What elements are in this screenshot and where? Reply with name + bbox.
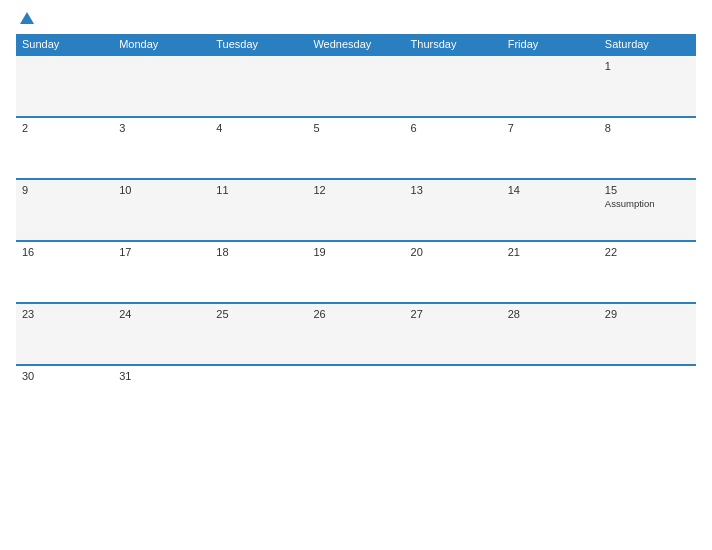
calendar-cell: 20 <box>405 241 502 303</box>
calendar-cell: 22 <box>599 241 696 303</box>
day-number: 24 <box>119 308 204 320</box>
calendar-cell <box>210 55 307 117</box>
week-row-5: 23242526272829 <box>16 303 696 365</box>
day-number: 23 <box>22 308 107 320</box>
week-row-2: 2345678 <box>16 117 696 179</box>
day-number: 12 <box>313 184 398 196</box>
day-number: 19 <box>313 246 398 258</box>
calendar-cell: 17 <box>113 241 210 303</box>
day-number: 22 <box>605 246 690 258</box>
calendar-cell <box>113 55 210 117</box>
week-row-6: 3031 <box>16 365 696 427</box>
weekday-header-tuesday: Tuesday <box>210 34 307 55</box>
holiday-name: Assumption <box>605 198 690 209</box>
day-number: 21 <box>508 246 593 258</box>
day-number: 6 <box>411 122 496 134</box>
day-number: 14 <box>508 184 593 196</box>
weekday-header-thursday: Thursday <box>405 34 502 55</box>
calendar-cell <box>16 55 113 117</box>
calendar-cell: 12 <box>307 179 404 241</box>
calendar-cell: 23 <box>16 303 113 365</box>
day-number: 2 <box>22 122 107 134</box>
logo-icon <box>18 10 36 28</box>
calendar-cell: 4 <box>210 117 307 179</box>
calendar-cell: 15Assumption <box>599 179 696 241</box>
calendar-page: SundayMondayTuesdayWednesdayThursdayFrid… <box>0 0 712 550</box>
day-number: 4 <box>216 122 301 134</box>
day-number: 28 <box>508 308 593 320</box>
calendar-header <box>16 10 696 28</box>
calendar-cell: 3 <box>113 117 210 179</box>
calendar-cell: 25 <box>210 303 307 365</box>
day-number: 17 <box>119 246 204 258</box>
calendar-cell: 7 <box>502 117 599 179</box>
day-number: 10 <box>119 184 204 196</box>
day-number: 25 <box>216 308 301 320</box>
day-number: 16 <box>22 246 107 258</box>
calendar-cell <box>307 365 404 427</box>
calendar-cell: 13 <box>405 179 502 241</box>
calendar-cell: 30 <box>16 365 113 427</box>
week-row-4: 16171819202122 <box>16 241 696 303</box>
week-row-1: 1 <box>16 55 696 117</box>
calendar-cell: 27 <box>405 303 502 365</box>
calendar-cell <box>502 55 599 117</box>
weekday-header-monday: Monday <box>113 34 210 55</box>
calendar-cell: 2 <box>16 117 113 179</box>
weekday-header-saturday: Saturday <box>599 34 696 55</box>
calendar-cell <box>307 55 404 117</box>
calendar-cell <box>210 365 307 427</box>
day-number: 7 <box>508 122 593 134</box>
calendar-cell: 31 <box>113 365 210 427</box>
calendar-cell: 11 <box>210 179 307 241</box>
day-number: 18 <box>216 246 301 258</box>
calendar-cell <box>502 365 599 427</box>
day-number: 11 <box>216 184 301 196</box>
calendar-cell: 26 <box>307 303 404 365</box>
calendar-cell: 10 <box>113 179 210 241</box>
day-number: 13 <box>411 184 496 196</box>
day-number: 30 <box>22 370 107 382</box>
calendar-cell: 28 <box>502 303 599 365</box>
day-number: 27 <box>411 308 496 320</box>
calendar-cell: 21 <box>502 241 599 303</box>
calendar-cell: 9 <box>16 179 113 241</box>
calendar-cell: 29 <box>599 303 696 365</box>
day-number: 8 <box>605 122 690 134</box>
weekday-header-row: SundayMondayTuesdayWednesdayThursdayFrid… <box>16 34 696 55</box>
day-number: 26 <box>313 308 398 320</box>
weekday-header-sunday: Sunday <box>16 34 113 55</box>
calendar-cell <box>599 365 696 427</box>
calendar-cell: 24 <box>113 303 210 365</box>
weekday-header-friday: Friday <box>502 34 599 55</box>
day-number: 3 <box>119 122 204 134</box>
day-number: 5 <box>313 122 398 134</box>
day-number: 15 <box>605 184 690 196</box>
day-number: 1 <box>605 60 690 72</box>
day-number: 9 <box>22 184 107 196</box>
calendar-cell: 14 <box>502 179 599 241</box>
calendar-cell: 5 <box>307 117 404 179</box>
calendar-cell: 8 <box>599 117 696 179</box>
calendar-cell: 18 <box>210 241 307 303</box>
calendar-cell <box>405 55 502 117</box>
calendar-table: SundayMondayTuesdayWednesdayThursdayFrid… <box>16 34 696 427</box>
svg-marker-0 <box>20 12 34 24</box>
weekday-header-wednesday: Wednesday <box>307 34 404 55</box>
calendar-cell: 1 <box>599 55 696 117</box>
calendar-cell: 19 <box>307 241 404 303</box>
day-number: 31 <box>119 370 204 382</box>
calendar-cell: 6 <box>405 117 502 179</box>
calendar-cell <box>405 365 502 427</box>
calendar-cell: 16 <box>16 241 113 303</box>
day-number: 20 <box>411 246 496 258</box>
week-row-3: 9101112131415Assumption <box>16 179 696 241</box>
day-number: 29 <box>605 308 690 320</box>
logo <box>16 10 38 28</box>
